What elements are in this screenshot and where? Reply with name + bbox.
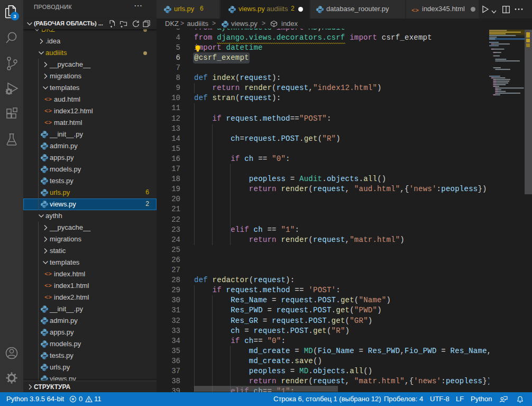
svg-text:3: 3 — [13, 13, 16, 19]
